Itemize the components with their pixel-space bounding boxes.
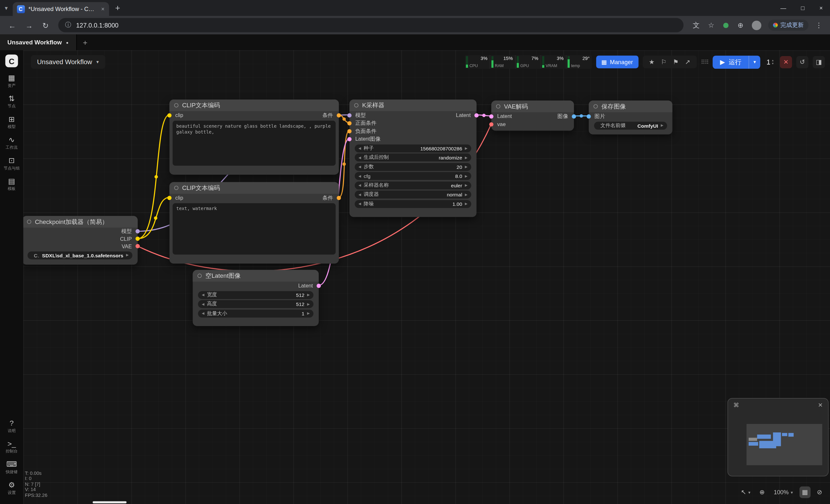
width-widget[interactable]: 宽度 512 [198, 291, 314, 299]
collapse-dot-icon[interactable] [496, 104, 500, 109]
node-save-image[interactable]: 保存图像 图片 文件名前缀 ComfyUI [589, 100, 672, 135]
sidebar-item-templates[interactable]: ▤ 模板 [0, 177, 23, 192]
model-output-slot[interactable] [135, 229, 140, 233]
sidebar-item-settings[interactable]: ⚙ 设置 [0, 481, 23, 496]
node-clip-text-encode-negative[interactable]: CLIP文本编码 clip 条件 text, watermark [169, 182, 339, 264]
increment-icon[interactable]: ▴ [772, 59, 774, 62]
collapse-dot-icon[interactable] [27, 220, 31, 224]
sidebar-item-help[interactable]: ? 说明 [0, 419, 23, 434]
decrement-icon[interactable]: ▾ [772, 62, 774, 65]
extensions-icon[interactable]: ⊕ [734, 21, 747, 29]
minimap-view[interactable] [747, 424, 823, 465]
window-close-button[interactable]: × [812, 0, 830, 16]
node-clip-text-encode-positive[interactable]: CLIP文本编码 clip 条件 beautiful scenery natur… [169, 100, 339, 175]
bookmark-icon[interactable]: ☆ [705, 21, 718, 29]
ckpt-name-widget[interactable]: Chec... SDXL\sd_xl_base_1.0.safetensors [28, 251, 132, 259]
node-header[interactable]: VAE解码 [491, 100, 574, 112]
batch-count-stepper[interactable]: 1 ▴ ▾ [765, 58, 776, 66]
comfyui-logo-icon[interactable]: C [5, 55, 18, 67]
notification-flag-filled-icon[interactable]: ⚑ [670, 58, 682, 66]
sampler-name-widget[interactable]: 采样器名称 euler [355, 181, 471, 189]
new-workflow-button[interactable]: + [76, 38, 94, 47]
sidebar-item-workflows[interactable]: ∿ 工作流 [0, 135, 23, 150]
latent-output-slot[interactable] [317, 283, 321, 288]
toggle-minimap-button[interactable]: ▦ [799, 486, 810, 498]
sidebar-item-shortcuts[interactable]: ⌨ 快捷键 [0, 460, 23, 475]
positive-input-slot[interactable] [347, 121, 351, 125]
cfg-widget[interactable]: cfg 8.0 [355, 172, 471, 180]
fit-view-button[interactable]: ⊕ [757, 486, 767, 498]
back-icon[interactable]: ← [4, 21, 20, 30]
browser-tab[interactable]: C *Unsaved Workflow - Comfy × [12, 2, 108, 16]
profile-avatar[interactable] [752, 21, 761, 30]
tab-close-icon[interactable]: × [101, 6, 105, 12]
scheduler-widget[interactable]: 调度器 normal [355, 191, 471, 198]
run-options-button[interactable]: ▾ [749, 56, 760, 69]
collapse-dot-icon[interactable] [174, 186, 178, 190]
share-icon[interactable]: ↗ [682, 58, 694, 66]
site-info-icon[interactable]: ⓘ [65, 21, 71, 30]
prompt-textarea[interactable]: beautiful scenery nature glass bottle la… [172, 121, 336, 166]
vae-output-slot[interactable] [135, 244, 140, 248]
drag-handle[interactable]: ⠿⠿ [701, 58, 708, 65]
clip-output-slot[interactable] [135, 237, 140, 241]
latent-image-input-slot[interactable] [347, 137, 351, 141]
sidebar-item-models[interactable]: ⊞ 模型 [0, 115, 23, 130]
height-widget[interactable]: 高度 512 [198, 300, 314, 308]
model-input-slot[interactable] [347, 113, 351, 117]
browser-menu-icon[interactable]: ⋮ [811, 21, 826, 29]
denoise-widget[interactable]: 降噪 1.00 [355, 200, 471, 207]
sidebar-item-node-groups[interactable]: ⊡ 节点与组 [0, 156, 23, 171]
horizontal-scrollbar[interactable] [93, 501, 127, 503]
reload-icon[interactable]: ↻ [38, 21, 53, 30]
pointer-tool-button[interactable]: ↖ ▾ [738, 486, 753, 498]
latent-input-slot[interactable] [489, 114, 493, 118]
collapse-dot-icon[interactable] [354, 103, 358, 107]
url-bar[interactable]: ⓘ 127.0.0.1:8000 [58, 18, 684, 32]
collapse-dot-icon[interactable] [174, 103, 178, 107]
negative-input-slot[interactable] [347, 129, 351, 133]
translate-icon[interactable]: 文 [689, 21, 703, 30]
clear-queue-button[interactable]: ✕ [780, 56, 792, 68]
batch-size-widget[interactable]: 批量大小 1 [198, 309, 314, 317]
toggle-panel-button[interactable]: ◨ [813, 56, 825, 68]
node-header[interactable]: CLIP文本编码 [169, 182, 339, 194]
prompt-textarea[interactable]: text, watermark [172, 203, 336, 255]
window-maximize-button[interactable]: □ [794, 0, 812, 16]
node-vae-decode[interactable]: VAE解码 Latent 图像 vae [491, 100, 574, 131]
clip-input-slot[interactable] [167, 113, 171, 117]
conditioning-output-slot[interactable] [337, 196, 341, 200]
node-ksampler[interactable]: K采样器 模型 Latent 正面条件 负面条件 [350, 100, 477, 217]
node-header[interactable]: K采样器 [350, 100, 477, 111]
image-output-slot[interactable] [572, 114, 576, 118]
new-tab-button[interactable]: + [109, 3, 126, 13]
tab-search-icon[interactable]: ▾ [0, 4, 12, 11]
forward-icon[interactable]: → [21, 21, 37, 30]
control-after-generate-widget[interactable]: 生成后控制 randomize [355, 154, 471, 161]
node-empty-latent-image[interactable]: 空Latent图像 Latent 宽度 512 高度 512 批量大小 1 [193, 270, 319, 326]
collapse-dot-icon[interactable] [197, 274, 202, 278]
toggle-link-visibility-button[interactable]: ⊘ [814, 486, 825, 498]
collapse-dot-icon[interactable] [594, 104, 598, 109]
url-text[interactable]: 127.0.0.1:8000 [76, 22, 119, 29]
node-header[interactable]: 保存图像 [589, 100, 672, 112]
seed-widget[interactable]: 种子 156680208700286 [355, 144, 471, 152]
star-icon[interactable]: ★ [645, 58, 658, 66]
node-checkpoint-loader[interactable]: Checkpoint加载器（简易） 模型 CLIP VAE Chec... SD… [23, 216, 138, 265]
filename-prefix-widget[interactable]: 文件名前缀 ComfyUI [594, 122, 667, 129]
node-header[interactable]: CLIP文本编码 [169, 100, 339, 111]
sidebar-item-assets[interactable]: ▦ 资产 [0, 74, 23, 89]
run-button[interactable]: ▶ 运行 [713, 56, 749, 69]
minimap-close-icon[interactable]: ✕ [818, 402, 823, 408]
clip-input-slot[interactable] [167, 196, 171, 200]
workflow-tab[interactable]: Unsaved Workflow ● [0, 34, 76, 50]
latent-output-slot[interactable] [474, 113, 479, 117]
node-header[interactable]: 空Latent图像 [193, 270, 319, 282]
vae-input-slot[interactable] [489, 122, 493, 126]
image-input-slot[interactable] [586, 114, 591, 118]
window-minimize-button[interactable]: — [773, 0, 794, 16]
node-header[interactable]: Checkpoint加载器（简易） [23, 216, 138, 228]
sidebar-item-nodes[interactable]: ⇅ 节点 [0, 94, 23, 109]
chrome-update-button[interactable]: 完成更新 [768, 20, 808, 30]
notification-flag-icon[interactable]: ⚐ [658, 58, 670, 66]
